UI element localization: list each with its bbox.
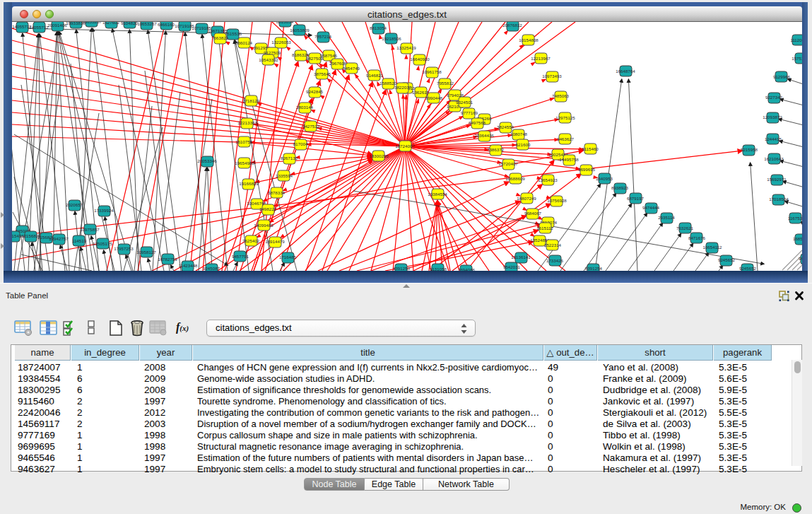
svg-text:1716485: 1716485: [279, 255, 297, 259]
svg-text:18724007: 18724007: [395, 144, 415, 148]
svg-text:8454749: 8454749: [343, 66, 360, 71]
svg-text:1527602: 1527602: [102, 22, 120, 25]
svg-text:7694086: 7694086: [458, 267, 476, 271]
svg-text:9104820: 9104820: [121, 22, 139, 25]
svg-text:2803144: 2803144: [296, 105, 314, 110]
svg-text:9115460: 9115460: [582, 146, 599, 151]
svg-text:1498222: 1498222: [259, 206, 277, 211]
svg-text:20876812: 20876812: [502, 23, 522, 28]
svg-text:8391253: 8391253: [393, 266, 411, 271]
svg-text:18807249: 18807249: [517, 196, 536, 201]
svg-text:116753: 116753: [788, 216, 802, 221]
svg-text:8938923: 8938923: [611, 185, 629, 190]
svg-text:114519: 114519: [72, 238, 87, 243]
svg-text:10154808: 10154808: [519, 37, 539, 42]
svg-text:17018504: 17018504: [769, 197, 789, 201]
svg-text:2935114: 2935114: [658, 215, 675, 220]
svg-text:2718129: 2718129: [242, 98, 260, 103]
svg-text:3824554: 3824554: [497, 124, 514, 129]
svg-text:16640910: 16640910: [410, 57, 430, 62]
svg-text:14495758: 14495758: [559, 157, 579, 162]
svg-text:7625402: 7625402: [242, 238, 260, 243]
svg-text:12975125: 12975125: [555, 115, 575, 120]
svg-text:7955812: 7955812: [437, 81, 454, 86]
svg-text:18300295: 18300295: [369, 153, 389, 158]
svg-text:8813054: 8813054: [370, 25, 387, 30]
svg-text:12213967: 12213967: [531, 56, 551, 61]
svg-text:1615112: 1615112: [536, 226, 553, 230]
svg-text:1112045: 1112045: [790, 37, 802, 42]
svg-text:17339924: 17339924: [94, 208, 114, 213]
svg-text:16914479: 16914479: [265, 239, 285, 244]
svg-text:12093872: 12093872: [763, 115, 782, 119]
svg-text:9684067: 9684067: [524, 211, 542, 216]
svg-text:9474444: 9474444: [642, 205, 660, 210]
svg-text:12213363: 12213363: [237, 120, 257, 125]
svg-text:1685304: 1685304: [793, 236, 802, 241]
svg-text:10975857: 10975857: [80, 227, 100, 232]
svg-text:12505175: 12505175: [93, 241, 112, 246]
svg-text:15692971: 15692971: [767, 177, 787, 182]
svg-text:5878334: 5878334: [268, 190, 286, 195]
svg-text:10543392: 10543392: [259, 57, 278, 62]
svg-text:15136141: 15136141: [511, 255, 531, 259]
svg-text:9463627: 9463627: [557, 136, 575, 141]
svg-text:10958127: 10958127: [136, 250, 156, 255]
svg-text:391541: 391541: [12, 233, 22, 238]
svg-text:817004: 817004: [293, 141, 308, 146]
svg-text:9242845: 9242845: [306, 89, 324, 94]
svg-text:2522314: 2522314: [544, 243, 562, 247]
svg-text:3822037: 3822037: [394, 85, 412, 90]
svg-text:10973493: 10973493: [542, 74, 562, 78]
svg-text:9227342: 9227342: [765, 95, 783, 100]
svg-text:8391254: 8391254: [585, 266, 603, 271]
svg-text:10756928: 10756928: [547, 198, 567, 203]
svg-text:13654923: 13654923: [538, 177, 558, 182]
svg-text:1640953: 1640953: [596, 176, 613, 181]
svg-text:20091406: 20091406: [47, 23, 67, 28]
svg-text:19654988: 19654988: [235, 160, 254, 165]
svg-text:6466160: 6466160: [158, 22, 175, 27]
svg-text:16053809: 16053809: [290, 28, 310, 33]
svg-text:9634051: 9634051: [799, 256, 802, 261]
svg-text:8813054: 8813054: [276, 22, 294, 24]
svg-text:7485063: 7485063: [552, 93, 570, 98]
svg-text:9587546: 9587546: [320, 53, 338, 58]
svg-text:19218506: 19218506: [382, 36, 401, 41]
svg-text:16210643: 16210643: [764, 156, 784, 161]
svg-text:15720407: 15720407: [498, 161, 518, 166]
svg-text:6497568: 6497568: [469, 120, 486, 125]
svg-text:9131058: 9131058: [430, 267, 447, 271]
svg-text:9245087: 9245087: [203, 266, 220, 271]
svg-text:19166829: 19166829: [239, 181, 259, 186]
svg-text:8660124: 8660124: [235, 40, 253, 45]
svg-text:1610755: 1610755: [235, 139, 253, 144]
svg-text:2020657: 2020657: [66, 202, 83, 207]
svg-text:20364436: 20364436: [474, 133, 494, 138]
svg-text:6879197: 6879197: [627, 196, 645, 201]
svg-text:9699695: 9699695: [578, 167, 596, 172]
svg-text:7663822: 7663822: [211, 35, 229, 40]
svg-text:1335594: 1335594: [276, 173, 293, 178]
svg-text:9245652: 9245652: [718, 257, 736, 262]
svg-text:9324501: 9324501: [456, 100, 473, 105]
svg-text:13226053: 13226053: [271, 40, 291, 45]
svg-text:7632621: 7632621: [676, 226, 694, 230]
svg-text:10961758: 10961758: [422, 69, 442, 74]
svg-text:10654112: 10654112: [702, 245, 722, 250]
svg-text:9245652: 9245652: [739, 266, 757, 271]
svg-text:9542031: 9542031: [503, 264, 521, 269]
svg-text:8267130: 8267130: [281, 156, 298, 160]
svg-text:621600: 621600: [516, 142, 531, 147]
svg-text:7857214: 7857214: [314, 34, 332, 39]
svg-text:15751074: 15751074: [792, 56, 802, 61]
svg-text:7386372: 7386372: [487, 147, 505, 152]
svg-text:9427512: 9427512: [302, 124, 320, 129]
svg-text:17957253: 17957253: [114, 246, 134, 251]
svg-text:12942757: 12942757: [49, 236, 69, 241]
svg-text:9146821: 9146821: [366, 73, 384, 78]
svg-text:1244415: 1244415: [765, 136, 782, 141]
svg-text:1080748: 1080748: [510, 132, 528, 136]
svg-text:9457791: 9457791: [232, 254, 249, 259]
svg-text:10653267: 10653267: [137, 22, 157, 26]
